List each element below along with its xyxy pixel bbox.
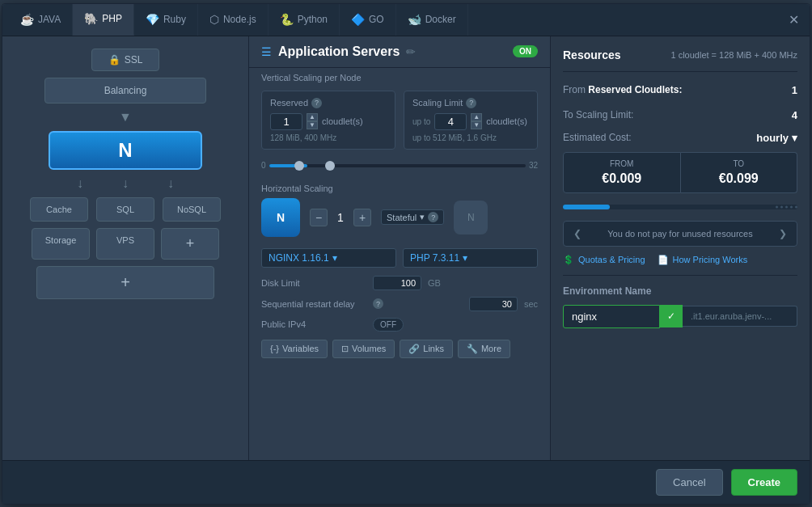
lock-icon: 🔒 — [108, 54, 121, 65]
add-large-button[interactable]: + — [36, 266, 214, 299]
restart-delay-row: Sequential restart delay ? sec — [249, 294, 550, 315]
ipv4-row: Public IPv4 OFF — [249, 315, 550, 335]
cache-button[interactable]: Cache — [30, 197, 88, 222]
slider-thumb-right[interactable] — [325, 161, 335, 171]
restart-unit: sec — [524, 299, 538, 309]
document-icon: 📄 — [658, 255, 669, 265]
scaling-limit-info: up to 512 MiB, 1.6 GHz — [412, 133, 529, 142]
estimated-value[interactable]: hourly ▾ — [756, 132, 797, 144]
env-input-row: ✓ .it1.eur.aruba.jenv-... — [563, 305, 797, 328]
dollar-icon: 💲 — [563, 255, 574, 265]
create-button[interactable]: Create — [731, 469, 797, 496]
unused-text: You do not pay for unused resources — [607, 229, 752, 239]
panel-header: ☰ Application Servers ✏ ON — [249, 36, 550, 68]
resources-title: Resources — [563, 49, 621, 61]
count-plus-btn[interactable]: + — [353, 209, 371, 226]
php-version-select[interactable]: PHP 7.3.11 ▾ — [403, 248, 538, 268]
tab-java[interactable]: ☕ JAVA — [9, 4, 73, 36]
slider-container: 0 32 — [261, 158, 538, 174]
count-control: − 1 + — [310, 209, 371, 226]
horizontal-scaling: N − 1 + Stateful ▾ ? N — [249, 198, 550, 243]
docker-icon: 🐋 — [408, 13, 421, 26]
cancel-button[interactable]: Cancel — [656, 469, 722, 496]
nginx-node[interactable]: N — [49, 131, 202, 170]
count-value: 1 — [332, 211, 349, 224]
scaling-limit-row: To Scaling Limit: 4 — [563, 107, 797, 124]
nginx-logo: N — [118, 139, 132, 162]
ruby-icon: 💎 — [146, 13, 159, 26]
from-value: €0.009 — [570, 171, 674, 186]
nginx-icon-small: N — [261, 198, 300, 237]
reserved-help-icon[interactable]: ? — [311, 98, 322, 108]
quotas-pricing-link[interactable]: 💲 Quotas & Pricing — [563, 255, 645, 265]
ipv4-label: Public IPv4 — [261, 319, 366, 329]
chevron-right-icon[interactable]: ❯ — [779, 228, 787, 239]
scaling-spinners: ▲ ▼ — [471, 113, 482, 129]
scaling-help-icon[interactable]: ? — [466, 98, 476, 108]
count-minus-btn[interactable]: − — [310, 209, 328, 226]
scaling-limit-input[interactable] — [434, 113, 467, 130]
close-button[interactable]: ✕ — [785, 11, 801, 27]
middle-panel: ☰ Application Servers ✏ ON Vertical Scal… — [249, 36, 551, 460]
go-icon: 🔷 — [351, 13, 365, 26]
from-label: FROM — [570, 159, 674, 168]
add-node-button[interactable]: + — [161, 228, 219, 260]
links-button[interactable]: 🔗 Links — [400, 340, 453, 358]
stateful-help-icon[interactable]: ? — [428, 212, 438, 222]
reserved-box: Reserved ? ▲ ▼ cloudlet(s) 128 MiB, 400 … — [261, 91, 395, 150]
more-button[interactable]: 🔧 More — [458, 340, 510, 358]
php-icon: 🐘 — [84, 12, 98, 25]
restart-help-icon[interactable]: ? — [373, 298, 383, 309]
version-row: NGINX 1.16.1 ▾ PHP 7.3.11 ▾ — [249, 243, 550, 273]
nginx-chevron-icon: ▾ — [332, 252, 337, 264]
cloudlet-down-btn[interactable]: ▼ — [307, 121, 318, 129]
chevron-down-icon: ▾ — [420, 212, 425, 222]
panel-title: Application Servers — [278, 44, 400, 59]
how-pricing-works-link[interactable]: 📄 How Pricing Works — [658, 255, 748, 265]
scaling-up-btn[interactable]: ▲ — [471, 113, 482, 121]
ipv4-toggle[interactable]: OFF — [373, 318, 404, 332]
menu-icon: ☰ — [261, 45, 272, 58]
vps-button[interactable]: VPS — [96, 228, 154, 260]
price-bar-fill — [563, 205, 610, 209]
scaling-down-btn[interactable]: ▼ — [471, 121, 482, 129]
nginx-version-select[interactable]: NGINX 1.16.1 ▾ — [261, 248, 396, 268]
tab-go[interactable]: 🔷 GO — [340, 4, 396, 36]
tab-bar: ☕ JAVA 🐘 PHP 💎 Ruby ⬡ Node.js 🐍 Python 🔷… — [2, 4, 810, 36]
slider-thumb-left[interactable] — [294, 161, 304, 171]
variables-icon: {-} — [270, 344, 279, 353]
horizontal-scaling-title: Horizontal Scaling — [249, 180, 550, 198]
arrow-down-3-icon: ↓ — [167, 176, 174, 191]
to-price-box: TO €0.099 — [681, 152, 798, 193]
cloudlet-up-btn[interactable]: ▲ — [307, 113, 318, 121]
tab-php[interactable]: 🐘 PHP — [73, 4, 134, 36]
nosql-button[interactable]: NoSQL — [163, 197, 221, 222]
volumes-button[interactable]: ⊡ Volumes — [332, 340, 395, 358]
restart-delay-input[interactable] — [469, 297, 518, 311]
edit-icon[interactable]: ✏ — [406, 45, 416, 58]
balancing-button[interactable]: Balancing — [44, 78, 206, 104]
disk-limit-input[interactable] — [373, 276, 421, 290]
resources-header: Resources 1 cloudlet = 128 MiB + 400 MHz — [563, 49, 797, 61]
reserved-cloudlets-value: 1 — [792, 84, 797, 96]
toggle-on[interactable]: ON — [513, 45, 538, 57]
reserved-input[interactable] — [270, 113, 302, 130]
slider-track — [269, 164, 526, 167]
ssl-button[interactable]: 🔒 SSL — [91, 49, 160, 71]
stateful-select[interactable]: Stateful ▾ ? — [381, 209, 444, 225]
divider-2 — [563, 275, 797, 276]
modal-dialog: ☕ JAVA 🐘 PHP 💎 Ruby ⬡ Node.js 🐍 Python 🔷… — [2, 3, 810, 505]
variables-button[interactable]: {-} Variables — [261, 340, 328, 358]
price-bar — [563, 205, 797, 209]
chevron-down-icon: ▾ — [792, 132, 797, 144]
storage-button[interactable]: Storage — [32, 228, 90, 260]
tab-ruby[interactable]: 💎 Ruby — [134, 4, 198, 36]
chevron-left-icon[interactable]: ❮ — [573, 228, 582, 239]
tab-nodejs[interactable]: ⬡ Node.js — [198, 4, 269, 36]
sql-button[interactable]: SQL — [96, 197, 154, 222]
env-name-input[interactable] — [563, 305, 660, 328]
java-icon: ☕ — [20, 13, 34, 26]
arrow-down-1-icon: ↓ — [77, 176, 83, 191]
tab-docker[interactable]: 🐋 Docker — [396, 4, 468, 36]
tab-python[interactable]: 🐍 Python — [269, 4, 340, 36]
